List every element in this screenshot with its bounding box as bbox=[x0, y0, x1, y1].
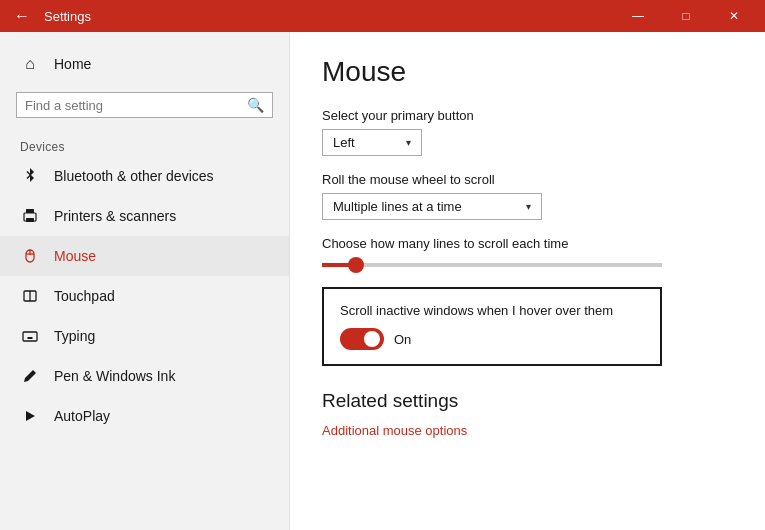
scroll-wheel-label: Roll the mouse wheel to scroll bbox=[322, 172, 733, 187]
scroll-inactive-label: Scroll inactive windows when I hover ove… bbox=[340, 303, 644, 318]
primary-button-value: Left bbox=[333, 135, 355, 150]
search-box: 🔍 bbox=[16, 92, 273, 118]
sidebar-item-typing[interactable]: Typing bbox=[0, 316, 289, 356]
sidebar-item-pen-label: Pen & Windows Ink bbox=[54, 368, 175, 384]
main-layout: ⌂ Home 🔍 Devices Bluetooth & other devic… bbox=[0, 32, 765, 530]
pen-icon bbox=[20, 366, 40, 386]
window-controls: — □ ✕ bbox=[615, 0, 757, 32]
minimize-button[interactable]: — bbox=[615, 0, 661, 32]
lines-scroll-label: Choose how many lines to scroll each tim… bbox=[322, 236, 733, 251]
back-button[interactable]: ← bbox=[8, 2, 36, 30]
toggle-state-text: On bbox=[394, 332, 411, 347]
bluetooth-icon bbox=[20, 166, 40, 186]
svg-rect-8 bbox=[23, 332, 37, 341]
content-area: Mouse Select your primary button Left ▾ … bbox=[290, 32, 765, 530]
close-button[interactable]: ✕ bbox=[711, 0, 757, 32]
search-icon: 🔍 bbox=[247, 97, 264, 113]
sidebar-item-touchpad-label: Touchpad bbox=[54, 288, 115, 304]
related-settings-title: Related settings bbox=[322, 390, 733, 412]
scroll-wheel-value: Multiple lines at a time bbox=[333, 199, 462, 214]
chevron-down-icon: ▾ bbox=[406, 137, 411, 148]
sidebar-item-bluetooth-label: Bluetooth & other devices bbox=[54, 168, 214, 184]
typing-icon bbox=[20, 326, 40, 346]
scroll-wheel-dropdown[interactable]: Multiple lines at a time ▾ bbox=[322, 193, 542, 220]
mouse-icon bbox=[20, 246, 40, 266]
primary-button-dropdown[interactable]: Left ▾ bbox=[322, 129, 422, 156]
slider-thumb[interactable] bbox=[348, 257, 364, 273]
sidebar-item-mouse-label: Mouse bbox=[54, 248, 96, 264]
maximize-button[interactable]: □ bbox=[663, 0, 709, 32]
home-icon: ⌂ bbox=[20, 54, 40, 74]
sidebar-item-mouse[interactable]: Mouse bbox=[0, 236, 289, 276]
back-icon: ← bbox=[14, 7, 30, 25]
toggle-knob bbox=[364, 331, 380, 347]
title-bar: ← Settings — □ ✕ bbox=[0, 0, 765, 32]
printer-icon bbox=[20, 206, 40, 226]
sidebar-item-home[interactable]: ⌂ Home bbox=[0, 44, 289, 84]
section-label: Devices bbox=[0, 134, 289, 156]
search-input[interactable] bbox=[25, 98, 241, 113]
sidebar-item-pen[interactable]: Pen & Windows Ink bbox=[0, 356, 289, 396]
sidebar-item-printers-label: Printers & scanners bbox=[54, 208, 176, 224]
page-title: Mouse bbox=[322, 56, 733, 88]
sidebar-item-home-label: Home bbox=[54, 56, 91, 72]
sidebar-item-typing-label: Typing bbox=[54, 328, 95, 344]
scroll-inactive-box: Scroll inactive windows when I hover ove… bbox=[322, 287, 662, 366]
sidebar: ⌂ Home 🔍 Devices Bluetooth & other devic… bbox=[0, 32, 290, 530]
sidebar-item-autoplay[interactable]: AutoPlay bbox=[0, 396, 289, 436]
sidebar-item-printers[interactable]: Printers & scanners bbox=[0, 196, 289, 236]
chevron-down-icon-2: ▾ bbox=[526, 201, 531, 212]
primary-button-label: Select your primary button bbox=[322, 108, 733, 123]
svg-rect-1 bbox=[26, 209, 34, 213]
title-bar-title: Settings bbox=[44, 9, 615, 24]
scroll-inactive-toggle[interactable] bbox=[340, 328, 384, 350]
additional-mouse-options-link[interactable]: Additional mouse options bbox=[322, 423, 467, 438]
slider-track bbox=[322, 263, 662, 267]
autoplay-icon bbox=[20, 406, 40, 426]
sidebar-item-bluetooth[interactable]: Bluetooth & other devices bbox=[0, 156, 289, 196]
sidebar-item-touchpad[interactable]: Touchpad bbox=[0, 276, 289, 316]
toggle-row: On bbox=[340, 328, 644, 350]
svg-rect-2 bbox=[26, 218, 34, 222]
touchpad-icon bbox=[20, 286, 40, 306]
lines-scroll-container: Choose how many lines to scroll each tim… bbox=[322, 236, 733, 267]
sidebar-item-autoplay-label: AutoPlay bbox=[54, 408, 110, 424]
